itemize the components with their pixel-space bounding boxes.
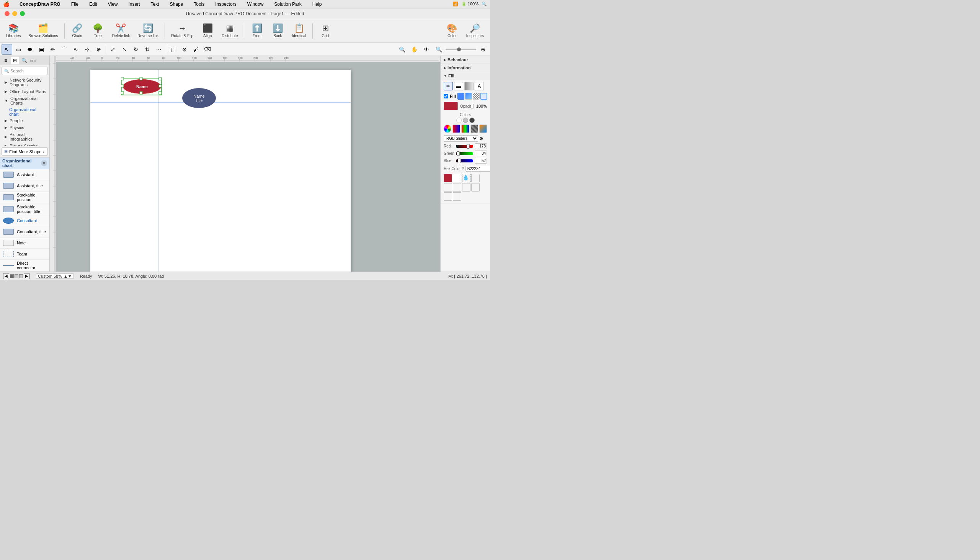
page-dot-2[interactable] <box>15 274 18 278</box>
preset-empty6[interactable] <box>443 192 452 201</box>
shape-oval-blue[interactable]: Name Title <box>182 88 216 108</box>
front-button[interactable]: ⬆️ Front <box>247 21 266 42</box>
color-wheel-grid[interactable] <box>452 125 460 133</box>
color-wheel-palette[interactable] <box>461 125 469 133</box>
flip-tool[interactable]: ⇅ <box>142 44 153 55</box>
hex-input[interactable] <box>465 166 490 172</box>
preset-pipette[interactable]: 💧 <box>462 174 470 182</box>
section-office[interactable]: ▶ Office Layout Plans <box>0 88 49 95</box>
inspector-behaviour-header[interactable]: ▶ Behaviour <box>441 56 490 63</box>
menu-file[interactable]: File <box>69 1 81 8</box>
minimize-button[interactable] <box>12 11 17 16</box>
panel-tab-search[interactable]: 🔍 <box>20 57 28 64</box>
zoom-select-tool[interactable]: ⬚ <box>168 44 178 55</box>
bezier-tool[interactable]: ⌒ <box>59 44 70 55</box>
rotate-flip-button[interactable]: ↔️ Rotate & Flip <box>168 21 196 42</box>
zoom-area-button[interactable]: 👁 <box>421 44 432 55</box>
section-orgcharts[interactable]: ▼ Organizational Charts Organizational c… <box>0 95 49 117</box>
smart-connector-tool[interactable]: ⊕ <box>93 44 104 55</box>
distribute-button[interactable]: ▦ Distribute <box>219 21 241 42</box>
green-value[interactable] <box>475 150 487 156</box>
select-tool[interactable]: ↖ <box>2 44 12 55</box>
preset-empty4[interactable] <box>462 183 470 192</box>
blue-slider[interactable] <box>456 159 473 162</box>
resize-tool[interactable]: ⤢ <box>108 44 118 55</box>
menu-inspectors[interactable]: Inspectors <box>213 1 239 8</box>
library-item-note[interactable]: Note <box>0 237 49 248</box>
green-slider[interactable] <box>456 152 473 155</box>
grid-button[interactable]: ⊞ Grid <box>316 21 335 42</box>
page-prev-button[interactable]: ◀ <box>3 273 9 279</box>
eraser-tool[interactable]: ⌫ <box>202 44 213 55</box>
fill-image-btn[interactable] <box>480 93 487 100</box>
menu-tools[interactable]: Tools <box>191 1 207 8</box>
zoom-in-button[interactable]: 🔍 <box>434 44 444 55</box>
inspectors-button[interactable]: 🔎 Inspectors <box>463 21 487 42</box>
menu-edit[interactable]: Edit <box>87 1 100 8</box>
zoom-out-button[interactable]: 🔍 <box>397 44 407 55</box>
menu-text[interactable]: Text <box>148 1 161 8</box>
maximize-button[interactable] <box>20 11 25 16</box>
section-physics-header[interactable]: ▶ Physics <box>0 124 49 131</box>
panel-tab-grid[interactable]: ⊞ <box>11 57 19 64</box>
color-button[interactable]: 🎨 Color <box>442 21 462 42</box>
color-dark[interactable] <box>469 118 475 123</box>
preset-empty3[interactable] <box>453 183 461 192</box>
more-tool[interactable]: ⋯ <box>153 44 164 55</box>
library-item-consultant-title[interactable]: Consultant, title <box>0 227 49 237</box>
identical-button[interactable]: 📋 Identical <box>289 21 309 42</box>
fill-style-fill[interactable]: ▬ <box>454 82 463 90</box>
reverse-link-button[interactable]: 🔄 Reverse link <box>135 21 161 42</box>
zoom-max-button[interactable]: ⊕ <box>478 44 488 55</box>
red-value[interactable] <box>475 143 487 149</box>
browse-solutions-button[interactable]: 🗂️ Browse Solutions <box>25 21 61 42</box>
library-item-connector[interactable]: Direct connector <box>0 260 49 272</box>
search-icon[interactable]: 🔍 <box>482 2 487 7</box>
tree-button[interactable]: 🌳 Tree <box>88 21 108 42</box>
library-item-stackable-title[interactable]: Stackable position, title <box>0 203 49 215</box>
app-name[interactable]: ConceptDraw PRO <box>17 1 63 8</box>
color-white[interactable] <box>456 118 462 123</box>
shape-node-1[interactable]: Name <box>123 79 161 94</box>
preset-empty1[interactable] <box>471 174 480 182</box>
back-button[interactable]: ⬇️ Back <box>268 21 287 42</box>
subsection-orgchart[interactable]: Organizational chart <box>0 107 49 117</box>
shape-node-2[interactable]: Name Title <box>182 88 216 108</box>
page-next-button[interactable]: ▶ <box>24 273 30 279</box>
menu-solution-park[interactable]: Solution Park <box>272 1 304 8</box>
preset-empty2[interactable] <box>443 183 452 192</box>
section-orgcharts-header[interactable]: ▼ Organizational Charts <box>0 95 49 107</box>
menu-window[interactable]: Window <box>245 1 266 8</box>
section-network[interactable]: ▶ Network Security Diagrams <box>0 77 49 88</box>
color-swatch[interactable] <box>443 102 458 110</box>
hand-tool[interactable]: ✋ <box>409 44 420 55</box>
color-wheel-spectrum[interactable] <box>443 125 451 133</box>
inspector-fill-header[interactable]: ▼ Fill <box>441 72 490 80</box>
fill-solid-btn[interactable] <box>457 93 464 100</box>
arc-tool[interactable]: ∿ <box>70 44 81 55</box>
section-pictorial[interactable]: ▶ Pictorial Infographics <box>0 131 49 142</box>
menu-shape[interactable]: Shape <box>168 1 186 8</box>
rgb-mode-select[interactable]: RGB Sliders HSB Sliders CMYK Sliders <box>443 135 478 142</box>
section-people-header[interactable]: ▶ People <box>0 117 49 124</box>
shape-oval-red[interactable]: Name <box>123 79 161 94</box>
zoom-slider[interactable] <box>445 48 476 50</box>
paint-tool[interactable]: 🖌 <box>191 44 201 55</box>
preset-empty7[interactable] <box>453 192 461 201</box>
library-panel-close-button[interactable]: ✕ <box>41 160 47 166</box>
chain-button[interactable]: 🔗 Chain <box>68 21 87 42</box>
rect-tool[interactable]: ▭ <box>13 44 24 55</box>
library-item-assistant-title[interactable]: Assistant, title <box>0 180 49 192</box>
apple-menu[interactable]: 🍎 <box>3 1 10 7</box>
delete-link-button[interactable]: ✂️ Delete link <box>109 21 133 42</box>
color-wheel-custom[interactable] <box>479 125 487 133</box>
preset-red[interactable] <box>443 174 452 182</box>
section-network-header[interactable]: ▶ Network Security Diagrams <box>0 77 49 88</box>
preset-empty5[interactable] <box>471 183 480 192</box>
panel-tab-list[interactable]: ≡ <box>2 57 10 64</box>
section-pictorial-header[interactable]: ▶ Pictorial Infographics <box>0 131 49 142</box>
inspector-information-header[interactable]: ▶ Information <box>441 64 490 72</box>
libraries-button[interactable]: 📚 Libraries <box>3 21 24 42</box>
align-button[interactable]: ⬛ Align <box>198 21 217 42</box>
image-tool[interactable]: ▣ <box>36 44 47 55</box>
